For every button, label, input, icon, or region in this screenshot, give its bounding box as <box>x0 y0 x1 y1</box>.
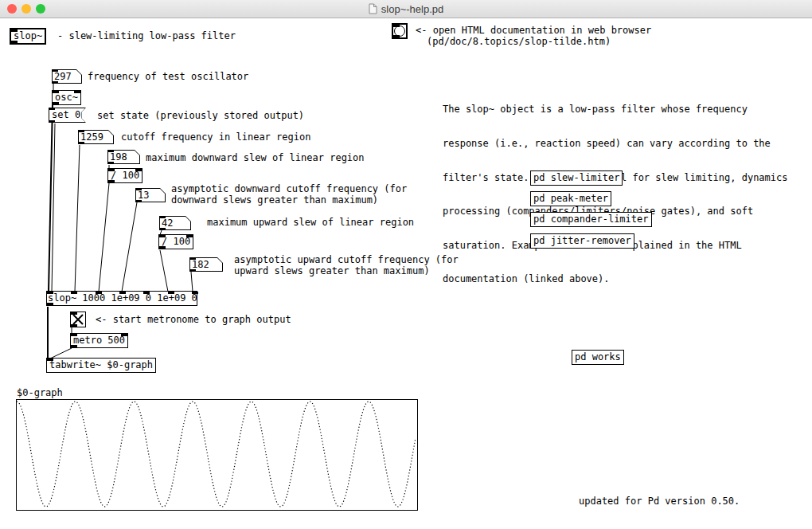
inlet-nib[interactable] <box>71 312 77 315</box>
inlet-nib[interactable] <box>186 235 193 237</box>
outlet-nib[interactable] <box>78 142 84 144</box>
inlet-nib[interactable] <box>192 292 198 294</box>
version-comment: updated for Pd version 0.50. <box>579 496 740 507</box>
subpatch-compander-limiter[interactable]: pd compander-limiter <box>530 212 652 227</box>
intro-paragraph: The slop~ object is a low-pass filter wh… <box>443 81 787 308</box>
cutoff-comment: cutoff frequency in linear region <box>121 131 310 143</box>
inlet-nib[interactable] <box>78 130 84 132</box>
metronome-comment: <- start metronome to graph output <box>96 314 291 325</box>
slop-title-box[interactable]: slop~ <box>10 28 46 45</box>
inlet-nib[interactable] <box>393 25 400 27</box>
set-message-box[interactable]: set 0 <box>49 108 86 123</box>
outlet-nib[interactable] <box>71 345 77 347</box>
inlet-nib[interactable] <box>119 292 126 294</box>
signal-wire <box>49 104 53 292</box>
inlet-nib[interactable] <box>71 334 77 336</box>
outlet-nib[interactable] <box>71 324 77 327</box>
tabwrite-object[interactable]: tabwrite~ $0-graph <box>46 358 156 373</box>
metronome-toggle[interactable] <box>70 312 86 327</box>
graph-label: $0-graph <box>17 387 63 398</box>
zoom-button[interactable] <box>36 4 45 14</box>
downslew-comment: maximum downward slew of linear region <box>146 152 365 163</box>
set-state-comment: set state (previously stored output) <box>97 110 304 121</box>
downcut-comment-line1: asymptotic downward cutoff frequency (fo… <box>171 183 407 194</box>
upslew-number-box[interactable]: 42 <box>159 216 191 230</box>
inlet-nib[interactable] <box>47 292 53 294</box>
inlet-nib[interactable] <box>159 235 166 237</box>
divide-100-up-object[interactable]: / 100 <box>158 234 193 249</box>
outlet-nib[interactable] <box>393 35 400 37</box>
control-wire <box>191 272 193 292</box>
control-wire <box>160 250 168 292</box>
outlet-nib[interactable] <box>53 102 59 104</box>
subpatch-slew-limiter[interactable]: pd slew-limiter <box>530 170 623 186</box>
frequency-number-box[interactable]: 297 <box>52 69 82 84</box>
control-wire <box>75 145 80 292</box>
upslew-comment: maximum upward slew of linear region <box>207 217 414 228</box>
inlet-nib[interactable] <box>135 188 142 190</box>
inlet-nib[interactable] <box>189 257 196 260</box>
titlebar: slop~-help.pd <box>0 0 812 18</box>
control-wire <box>122 202 137 292</box>
inlet-nib[interactable] <box>168 292 174 294</box>
minimize-button[interactable] <box>21 4 31 14</box>
subpatch-jitter-remover[interactable]: pd jitter-remover <box>530 233 634 249</box>
outlet-nib[interactable] <box>135 200 142 202</box>
intro-line: documentation (linked above). <box>443 273 787 284</box>
inlet-nib[interactable] <box>159 216 166 218</box>
subpatch-peak-meter[interactable]: pd peak-meter <box>530 191 611 206</box>
inlet-nib[interactable] <box>143 292 150 294</box>
outlet-nib[interactable] <box>189 269 196 272</box>
outlet-nib[interactable] <box>159 246 166 249</box>
outlet-nib[interactable] <box>47 303 53 305</box>
outlet-nib[interactable] <box>49 120 55 123</box>
slop-object[interactable]: slop~ 1000 1e+09 0 1e+09 0 <box>46 291 197 306</box>
doc-hint-comment: <- open HTML documentation in web browse… <box>416 25 651 36</box>
inlet-nib[interactable] <box>107 150 114 152</box>
title-wrap: slop~-help.pd <box>369 3 443 15</box>
document-icon <box>369 3 377 14</box>
outlet-nib[interactable] <box>107 162 114 164</box>
outlet-nib[interactable] <box>108 180 115 182</box>
inlet-nib[interactable] <box>108 169 115 171</box>
upcut-comment-line1: asymptotic upward cutoff frequency (for <box>234 254 459 265</box>
control-wire <box>99 183 109 292</box>
downcut-number-box[interactable]: 13 <box>135 188 166 202</box>
inlet-nib[interactable] <box>121 334 127 336</box>
outlet-nib[interactable] <box>159 228 166 230</box>
intro-line: response (i.e., reaction speed) can vary… <box>443 138 787 149</box>
inlet-nib[interactable] <box>135 169 142 171</box>
control-wire <box>52 123 55 292</box>
inlet-nib[interactable] <box>71 292 77 294</box>
divide-100-down-object[interactable]: / 100 <box>107 168 142 183</box>
cutoff-number-box[interactable]: 1259 <box>78 130 114 144</box>
doc-path-comment: (pd/doc/8.topics/slop-tilde.htm) <box>427 36 611 47</box>
array-graph <box>16 399 418 511</box>
inlet-nib[interactable] <box>53 91 59 93</box>
window-title: slop~-help.pd <box>381 3 443 15</box>
frequency-comment: frequency of test oscillator <box>88 71 248 82</box>
outlet-nib[interactable] <box>52 81 58 84</box>
outlet-nib[interactable] <box>11 41 18 43</box>
patch-canvas: slop~ - slew-limiting low-pass filter <-… <box>0 0 812 529</box>
subpatch-works[interactable]: pd works <box>572 350 624 365</box>
inlet-nib[interactable] <box>49 108 55 110</box>
inlet-nib[interactable] <box>96 292 102 294</box>
inlet-nib[interactable] <box>52 69 58 72</box>
upcut-number-box[interactable]: 182 <box>189 257 223 272</box>
upcut-comment-line2: upward slews greater than maximum) <box>234 265 430 276</box>
open-doc-bang-button[interactable] <box>392 23 408 39</box>
osc-object[interactable]: osc~ <box>52 90 81 105</box>
downslew-number-box[interactable]: 198 <box>107 150 140 164</box>
metro-object[interactable]: metro 500 <box>70 333 128 348</box>
inlet-nib[interactable] <box>47 359 53 361</box>
close-button[interactable] <box>7 4 17 14</box>
tagline-comment: - slew-limiting low-pass filter <box>57 30 236 41</box>
downcut-comment-line2: downward slews greater than maximum) <box>171 194 378 206</box>
intro-line: The slop~ object is a low-pass filter wh… <box>443 104 787 115</box>
inlet-nib[interactable] <box>11 29 18 32</box>
inlet-nib[interactable] <box>74 91 80 93</box>
